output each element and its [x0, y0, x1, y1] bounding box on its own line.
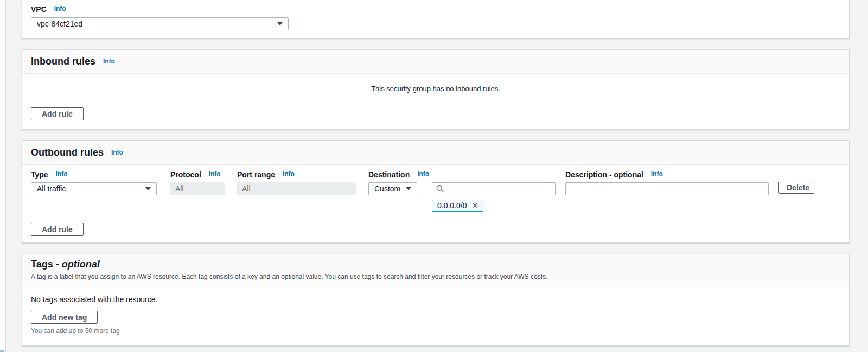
chevron-down-icon: [406, 187, 411, 190]
destination-mode-value: Custom: [374, 184, 400, 193]
rule-protocol-column: Protocol Info: [170, 170, 225, 195]
search-icon: [436, 185, 444, 193]
tags-title: Tags - optional: [31, 259, 100, 270]
destination-info-link[interactable]: Info: [417, 170, 429, 178]
inbound-rules-body: This security group has no inbound rules…: [22, 74, 849, 129]
rule-port-range-column: Port range Info: [237, 170, 356, 195]
create-security-group-form: VPC Info vpc-84cf21ed Inbound rules Info…: [22, 0, 850, 346]
delete-rule-button[interactable]: Delete: [778, 182, 814, 194]
chevron-down-icon: [145, 187, 151, 190]
tags-header: Tags - optional A tag is a label that yo…: [22, 254, 849, 287]
inbound-rules-title: Inbound rules: [31, 56, 95, 67]
outbound-info-link[interactable]: Info: [111, 149, 123, 156]
footer-fragment: [0, 350, 4, 352]
rule-description-column: Description - optional Info: [565, 170, 769, 195]
chevron-down-icon: [277, 22, 283, 25]
destination-search-input[interactable]: [432, 182, 556, 195]
vpc-label: VPC: [31, 5, 47, 14]
port-range-info-link[interactable]: Info: [283, 170, 295, 178]
inbound-add-rule-button[interactable]: Add rule: [31, 107, 84, 120]
destination-token: 0.0.0.0/0 ×: [432, 200, 483, 212]
tags-description: A tag is a label that you assign to an A…: [31, 273, 840, 280]
vpc-info-link[interactable]: Info: [54, 5, 66, 12]
description-info-link[interactable]: Info: [651, 170, 663, 178]
outbound-rules-body: Type Info All traffic Protocol Info: [22, 165, 849, 242]
rule-port-range-field: [237, 182, 356, 195]
tags-title-optional: optional: [62, 259, 100, 270]
outbound-rule-row: Type Info All traffic Protocol Info: [31, 170, 840, 212]
inbound-rules-header: Inbound rules Info: [22, 50, 849, 74]
outbound-add-rule-button[interactable]: Add rule: [31, 223, 84, 236]
outbound-rules-header: Outbound rules Info: [22, 141, 849, 165]
outbound-rules-panel: Outbound rules Info Type Info All traffi…: [22, 140, 850, 243]
rule-type-value: All traffic: [37, 184, 66, 193]
destination-mode-select[interactable]: Custom: [368, 182, 417, 195]
tags-limit-note: You can add up to 50 more tag: [31, 327, 840, 335]
inbound-empty-message: This security group has no inbound rules…: [31, 85, 840, 93]
destination-token-value: 0.0.0.0/0: [437, 201, 467, 210]
vpc-select[interactable]: vpc-84cf21ed: [31, 17, 289, 30]
description-label: Description - optional: [565, 170, 643, 179]
vpc-panel: VPC Info vpc-84cf21ed: [22, 0, 850, 39]
vpc-select-value: vpc-84cf21ed: [37, 20, 82, 28]
remove-token-icon[interactable]: ×: [473, 201, 478, 210]
tags-body: No tags associated with the resource. Ad…: [22, 287, 849, 345]
rule-type-column: Type Info All traffic: [31, 170, 157, 195]
type-info-link[interactable]: Info: [56, 170, 68, 178]
rule-delete-column: Delete: [778, 170, 814, 194]
protocol-label: Protocol: [170, 170, 201, 179]
add-new-tag-button[interactable]: Add new tag: [31, 311, 98, 324]
protocol-info-link[interactable]: Info: [209, 170, 221, 178]
destination-label: Destination: [368, 170, 410, 179]
type-label: Type: [31, 170, 48, 179]
tags-panel: Tags - optional A tag is a label that yo…: [22, 254, 850, 346]
collapsed-side-panel: [0, 0, 6, 352]
inbound-rules-panel: Inbound rules Info This security group h…: [22, 49, 850, 130]
tags-empty-message: No tags associated with the resource.: [31, 295, 840, 304]
outbound-rules-title: Outbound rules: [31, 147, 104, 158]
rule-protocol-field: [170, 182, 225, 195]
rule-type-select[interactable]: All traffic: [31, 182, 157, 195]
port-range-label: Port range: [237, 170, 275, 179]
rule-destination-column: Destination Info Custom: [368, 170, 556, 212]
rule-description-input[interactable]: [565, 182, 769, 195]
inbound-info-link[interactable]: Info: [103, 57, 115, 65]
